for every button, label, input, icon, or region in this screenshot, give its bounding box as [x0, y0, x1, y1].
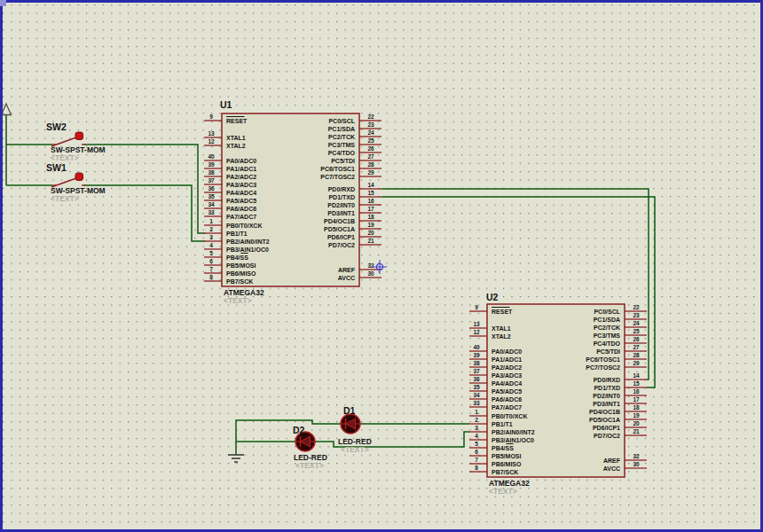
- pin-name: XTAL1: [492, 325, 511, 332]
- pin-number: 32: [367, 262, 374, 269]
- pin-name: RESET: [226, 118, 248, 124]
- pin-number: 18: [367, 214, 374, 220]
- pin-name: PD0/RXD: [594, 377, 620, 383]
- pin-name: AREF: [338, 267, 356, 273]
- pin-name: PA6/ADC6: [492, 396, 522, 403]
- pin-number: 21: [367, 238, 374, 244]
- pin-name: PA4/ADC4: [492, 380, 522, 387]
- u1-placeholder-label: <TEXT>: [224, 296, 252, 305]
- pin-name: PC7/TOSC2: [586, 364, 620, 371]
- pin-number: 12: [208, 138, 215, 145]
- pin-name: PB6/MISO: [492, 461, 522, 467]
- sheet-corner-mark: [0, 0, 6, 6]
- pin-number: 37: [208, 177, 215, 184]
- pin-name: PA0/ADC0: [226, 158, 256, 164]
- pin-number: 39: [208, 161, 215, 168]
- u2-atmega32-chip[interactable]: 9RESET13XTAL112XTAL240PA0/ADC039PA1/ADC1…: [469, 304, 647, 477]
- pin-number: 19: [633, 412, 640, 419]
- pin-name: PB0/T0/XCK: [492, 413, 527, 419]
- pin-name: PC3/TMS: [594, 332, 621, 339]
- pin-number: 36: [473, 376, 480, 382]
- switch-actuator-dot[interactable]: [75, 173, 83, 181]
- pin-name: PA3/ADC3: [226, 182, 256, 188]
- u2-ref-label: U2: [486, 292, 499, 302]
- sw1-ref-label: SW1: [46, 162, 67, 173]
- pin-name: PD1/TXD: [328, 194, 355, 200]
- pin-number: 4: [475, 433, 478, 439]
- pin-number: 2: [475, 417, 478, 423]
- pin-number: 19: [367, 222, 374, 228]
- pin-number: 16: [633, 388, 640, 395]
- pin-number: 23: [633, 312, 640, 318]
- pin-number: 15: [367, 190, 374, 196]
- switch-actuator-dot[interactable]: [75, 132, 83, 140]
- pin-number: 25: [367, 137, 374, 144]
- pin-number: 30: [633, 461, 640, 467]
- pin-number: 27: [367, 153, 374, 160]
- pin-number: 17: [633, 396, 640, 403]
- pin-number: 26: [367, 145, 374, 152]
- pin-number: 15: [633, 380, 640, 387]
- pin-name: AVCC: [603, 466, 620, 472]
- sw1-placeholder-label: <TEXT>: [51, 194, 79, 203]
- pin-number: 7: [209, 266, 213, 272]
- pin-number: 21: [633, 428, 640, 434]
- pin-number: 23: [367, 121, 374, 128]
- pin-number: 24: [367, 129, 374, 136]
- pin-name: PA2/ADC2: [226, 174, 256, 180]
- pin-name: AREF: [603, 458, 621, 464]
- pin-name: PA6/ADC6: [226, 206, 256, 212]
- pin-name: PD3/INT1: [327, 210, 355, 216]
- d1-placeholder-label: <TEXT>: [341, 445, 369, 454]
- d1-ref-label: D1: [343, 405, 356, 416]
- pin-name: PC1/SDA: [594, 317, 620, 323]
- pin-number: 14: [633, 372, 640, 379]
- pin-name: PC4/TDO: [328, 150, 356, 156]
- pin-name: PB5/MOSI: [226, 262, 256, 269]
- pin-number: 40: [473, 344, 480, 350]
- pin-number: 3: [209, 234, 213, 240]
- schematic-canvas[interactable]: 9RESET13XTAL112XTAL240PA0/ADC039PA1/ADC1…: [0, 0, 763, 532]
- pin-name: PD0/RXD: [328, 186, 355, 192]
- schematic-svg[interactable]: 9RESET13XTAL112XTAL240PA0/ADC039PA1/ADC1…: [0, 0, 763, 532]
- pin-name: PC0/SCL: [594, 309, 620, 315]
- pin-number: 25: [633, 328, 640, 334]
- pin-number: 32: [633, 453, 640, 459]
- pin-number: 20: [367, 230, 374, 236]
- pin-name: PC4/TDO: [594, 340, 621, 347]
- pin-name: PD5/OC1A: [589, 417, 620, 423]
- u2-placeholder-label: <TEXT>: [489, 487, 517, 496]
- pin-name: PB2/AIN0/INT2: [492, 429, 535, 435]
- pin-name: XTAL1: [226, 135, 246, 141]
- pin-name: PC1/SDA: [328, 126, 355, 132]
- led-d1[interactable]: [341, 414, 360, 434]
- pin-number: 20: [633, 420, 640, 426]
- pin-name: PB7/SCK: [226, 278, 253, 285]
- sw2-placeholder-label: <TEXT>: [51, 153, 79, 162]
- pin-name: PA2/ADC2: [492, 364, 522, 371]
- pin-number: 13: [208, 130, 215, 137]
- pin-number: 17: [367, 206, 374, 212]
- pin-name: PA1/ADC1: [492, 356, 522, 363]
- pin-name: PA4/ADC4: [226, 190, 256, 196]
- pin-name: PA5/ADC5: [492, 388, 522, 395]
- pin-number: 22: [633, 304, 640, 310]
- u1-atmega32-chip[interactable]: 9RESET13XTAL112XTAL240PA0/ADC039PA1/ADC1…: [204, 113, 382, 286]
- pin-number: 16: [367, 198, 374, 204]
- pin-number: 5: [475, 441, 478, 447]
- pin-number: 38: [208, 169, 215, 176]
- pin-name: PC2/TCK: [328, 134, 355, 140]
- pin-name: PD3/INT1: [593, 401, 620, 407]
- pin-number: 34: [473, 392, 480, 398]
- pin-name: PC5/TDI: [596, 348, 620, 355]
- pin-name: PD7/OC2: [594, 433, 620, 439]
- pin-number: 35: [208, 193, 215, 200]
- pin-name: PD7/OC2: [328, 242, 355, 248]
- pin-number: 24: [633, 320, 640, 326]
- pin-number: 1: [209, 218, 213, 224]
- pin-name: XTAL2: [226, 143, 246, 149]
- pin-name: PC2/TCK: [594, 325, 620, 331]
- pin-name: PA0/ADC0: [492, 348, 522, 355]
- pin-number: 14: [367, 182, 374, 188]
- u1-ref-label: U1: [220, 99, 232, 110]
